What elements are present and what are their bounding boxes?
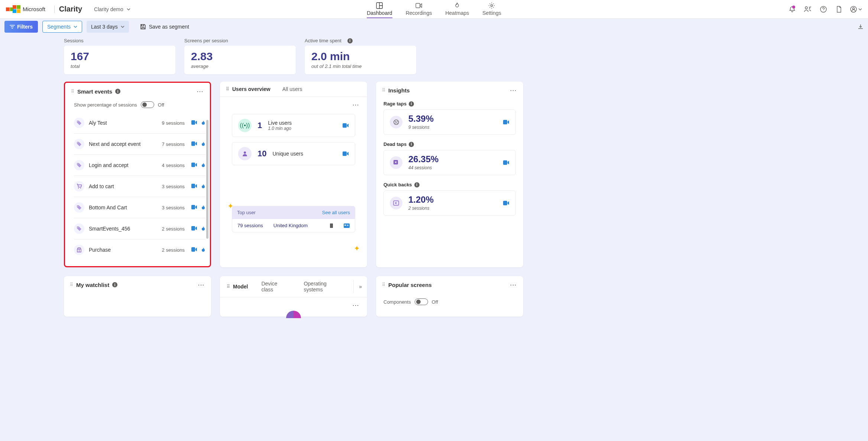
drag-handle-icon[interactable]: ⠿ xyxy=(71,89,74,94)
unique-users-card[interactable]: 10 Unique users xyxy=(232,142,355,165)
heatmap-icon[interactable] xyxy=(201,141,205,147)
heatmap-icon[interactable] xyxy=(201,120,205,125)
components-toggle[interactable] xyxy=(415,298,428,305)
people-icon[interactable]: + xyxy=(803,5,812,14)
video-icon[interactable] xyxy=(342,123,349,128)
quick-backs-card[interactable]: 1.20% 2 sessions xyxy=(383,190,516,216)
panel-title: Popular screens xyxy=(388,282,432,288)
quick-sub: 2 sessions xyxy=(408,206,497,211)
heatmap-icon[interactable] xyxy=(201,226,205,231)
event-row[interactable]: Purchase2 sessions xyxy=(74,239,205,260)
more-icon[interactable]: ⋯ xyxy=(352,101,360,109)
video-icon[interactable] xyxy=(191,163,197,168)
info-icon[interactable]: i xyxy=(409,101,414,107)
filters-button[interactable]: Filters xyxy=(4,21,38,33)
tab-heatmaps[interactable]: Heatmaps xyxy=(445,0,469,18)
drag-handle-icon[interactable]: ⠿ xyxy=(70,282,73,287)
video-icon[interactable] xyxy=(503,160,509,165)
event-row[interactable]: Next and accept event7 sessions xyxy=(74,134,205,155)
drag-handle-icon[interactable]: ⠿ xyxy=(382,88,385,93)
tab-os[interactable]: Operating systems xyxy=(297,276,353,297)
more-tabs-button[interactable]: » xyxy=(353,280,367,293)
tab-settings-label: Settings xyxy=(482,10,501,16)
top-user-row[interactable]: 79 sessions United Kingdom ✦ xyxy=(232,219,355,232)
event-type-icon xyxy=(74,181,84,192)
save-segment-label: Save as segment xyxy=(149,24,189,30)
see-all-users-link[interactable]: See all users xyxy=(322,210,350,215)
metric-card[interactable]: 2.0 min out of 2.1 min total time xyxy=(305,46,416,74)
notifications-icon[interactable] xyxy=(788,5,797,14)
account-icon[interactable] xyxy=(850,5,862,14)
drag-handle-icon[interactable]: ⠿ xyxy=(382,282,385,287)
heatmap-icon[interactable] xyxy=(201,184,205,189)
video-icon[interactable] xyxy=(191,184,197,189)
more-icon[interactable]: ⋯ xyxy=(510,86,517,94)
users-overview-panel: ⠿ Users overview All users ⋯ ((•)) 1 Liv… xyxy=(220,82,367,267)
dead-sub: 44 sessions xyxy=(408,165,497,170)
metric-sub: total xyxy=(71,63,169,69)
rage-taps-card[interactable]: ☹ 5.39% 9 sessions xyxy=(383,110,516,135)
recordings-icon xyxy=(415,2,422,9)
tab-all-users[interactable]: All users xyxy=(276,82,308,97)
date-range-button[interactable]: Last 3 days xyxy=(87,21,129,33)
tab-recordings[interactable]: Recordings xyxy=(406,0,432,18)
video-icon[interactable] xyxy=(503,200,509,206)
metric-card[interactable]: 167 total xyxy=(64,46,175,74)
event-row[interactable]: Login and accept4 sessions xyxy=(74,155,205,176)
info-icon[interactable]: i xyxy=(112,282,117,287)
card-icon[interactable] xyxy=(344,223,350,228)
help-icon[interactable] xyxy=(819,5,828,14)
segments-button[interactable]: Segments xyxy=(42,21,82,33)
scrollbar[interactable] xyxy=(206,120,208,239)
video-icon[interactable] xyxy=(191,205,197,210)
header-right: + xyxy=(788,5,862,14)
event-name: SmartEvents_456 xyxy=(89,226,158,232)
components-state: Off xyxy=(432,299,438,305)
dead-taps-card[interactable]: 26.35% 44 sessions xyxy=(383,150,516,175)
event-row[interactable]: SmartEvents_4562 sessions xyxy=(74,218,205,239)
svg-rect-21 xyxy=(191,184,195,188)
tab-settings[interactable]: Settings xyxy=(482,0,501,18)
components-label: Components xyxy=(383,299,411,305)
live-users-card[interactable]: ((•)) 1 Live users 1.0 min ago xyxy=(232,114,355,137)
event-row[interactable]: Add to cart3 sessions xyxy=(74,176,205,197)
event-type-icon xyxy=(74,160,84,170)
more-icon[interactable]: ⋯ xyxy=(198,281,205,289)
video-icon[interactable] xyxy=(503,120,509,125)
more-icon[interactable]: ⋯ xyxy=(197,87,204,95)
video-icon[interactable] xyxy=(191,247,197,252)
event-name: Aly Test xyxy=(89,120,158,126)
tab-users-overview[interactable]: ⠿ Users overview xyxy=(220,82,276,97)
heatmap-icon[interactable] xyxy=(201,247,205,252)
metric-card[interactable]: 2.83 average xyxy=(184,46,296,74)
video-icon[interactable] xyxy=(191,120,197,125)
info-icon[interactable]: i xyxy=(409,142,414,147)
percentage-toggle[interactable] xyxy=(141,101,154,108)
drag-handle-icon[interactable]: ⠿ xyxy=(227,284,230,289)
video-icon[interactable] xyxy=(191,226,197,231)
video-icon[interactable] xyxy=(191,141,197,147)
video-icon[interactable] xyxy=(342,151,349,156)
drag-handle-icon[interactable]: ⠿ xyxy=(226,86,229,92)
more-icon[interactable]: ⋯ xyxy=(510,281,517,289)
info-icon[interactable]: i xyxy=(347,38,353,43)
project-dropdown[interactable]: Clarity demo xyxy=(94,6,131,12)
info-icon[interactable]: i xyxy=(115,89,120,94)
event-sessions: 7 sessions xyxy=(162,141,185,147)
tab-model[interactable]: ⠿Model xyxy=(220,279,255,294)
tab-device-class[interactable]: Device class xyxy=(255,276,297,297)
svg-point-24 xyxy=(78,227,78,228)
event-row[interactable]: Bottom And Cart3 sessions xyxy=(74,197,205,218)
heatmap-icon[interactable] xyxy=(201,205,205,210)
event-sessions: 9 sessions xyxy=(162,120,185,126)
event-row[interactable]: Aly Test9 sessions xyxy=(74,112,205,134)
metric-sessions: Sessions 167 total xyxy=(64,38,175,74)
save-segment-button[interactable]: Save as segment xyxy=(140,24,189,30)
heatmap-icon[interactable] xyxy=(201,163,205,168)
info-icon[interactable]: i xyxy=(414,182,420,187)
event-sessions: 2 sessions xyxy=(162,247,185,253)
document-icon[interactable] xyxy=(835,5,843,14)
more-icon[interactable]: ⋯ xyxy=(352,301,360,309)
download-icon[interactable] xyxy=(858,24,864,30)
tab-dashboard[interactable]: Dashboard xyxy=(367,0,392,18)
